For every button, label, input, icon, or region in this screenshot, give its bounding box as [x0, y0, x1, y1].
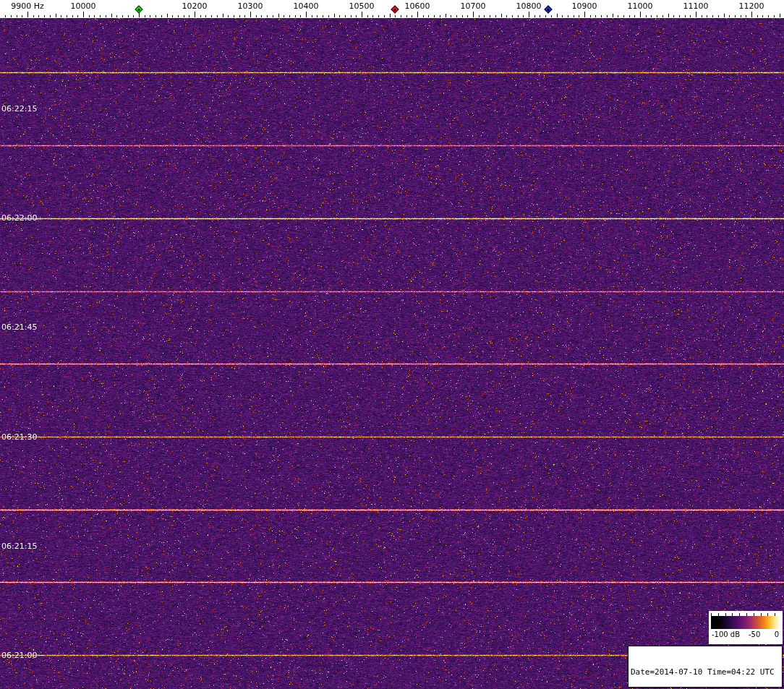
freq-tick-label: 11000: [628, 1, 653, 11]
spectrogram-app: 9900 Hz100001020010300104001050010600107…: [0, 0, 784, 689]
freq-tick-label: 10300: [238, 1, 263, 11]
colorbar-labels: -100 dB -50 0: [710, 629, 781, 639]
observation-info-box: Date=2014-07-10 Time=04:22 UTC Freq=143 …: [628, 646, 783, 688]
time-tick-label: 06:21:15: [1, 542, 37, 551]
freq-tick-label: 10600: [405, 1, 430, 11]
frequency-axis: 9900 Hz100001020010300104001050010600107…: [0, 0, 784, 18]
freq-tick-label: 10200: [182, 1, 208, 11]
freq-tick-label: 10800: [516, 1, 542, 11]
freq-tick-label: 10000: [71, 1, 96, 11]
freq-tick-label: 11100: [683, 1, 709, 11]
freq-tick-label: 10500: [349, 1, 375, 11]
colorbar-label-mid: -50: [749, 630, 760, 638]
freq-tick-label: 10700: [461, 1, 486, 11]
time-tick-label: 06:21:00: [1, 651, 37, 660]
time-tick-label: 06:22:00: [1, 213, 37, 223]
freq-tick-label: 9900 Hz: [11, 1, 44, 11]
marker-center-dot: [547, 9, 550, 12]
info-line-date: Date=2014-07-10 Time=04:22 UTC: [631, 667, 780, 677]
time-tick-label: 06:22:15: [1, 104, 37, 114]
freq-tick-label: 11200: [739, 1, 764, 11]
colorbar-label-max: 0: [775, 630, 779, 638]
colorbar-gradient: [711, 616, 780, 629]
marker-center-dot: [393, 9, 396, 12]
colorbar-legend: -100 dB -50 0: [709, 611, 783, 644]
time-tick-label: 06:21:30: [1, 432, 37, 442]
colorbar-label-min: -100 dB: [712, 630, 740, 638]
time-tick-label: 06:21:45: [1, 322, 37, 332]
freq-tick-label: 10400: [294, 1, 319, 11]
waterfall-canvas[interactable]: [0, 18, 784, 689]
marker-center-dot: [137, 9, 140, 12]
freq-tick-label: 10900: [572, 1, 597, 11]
